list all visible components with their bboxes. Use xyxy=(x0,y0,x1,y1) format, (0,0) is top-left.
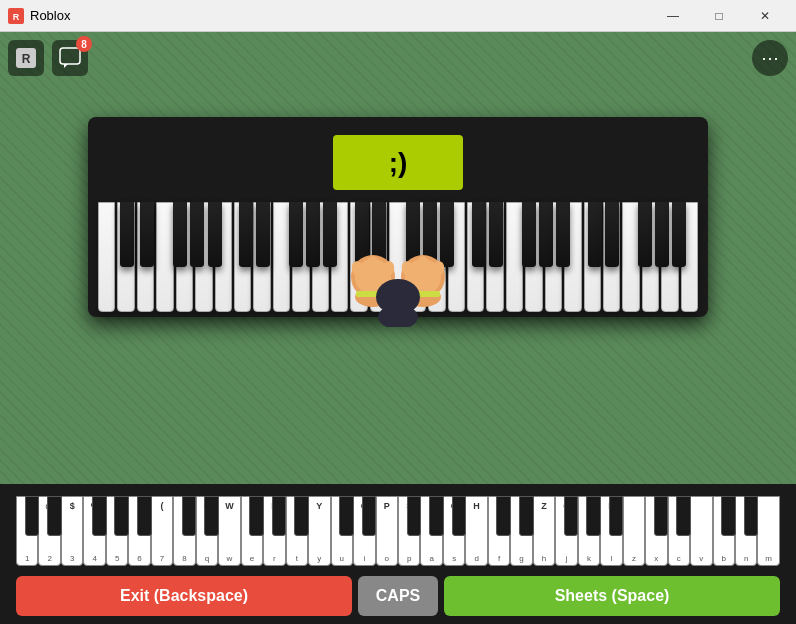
ui-black-key[interactable] xyxy=(609,496,624,536)
bottom-buttons: Exit (Backspace) CAPS Sheets (Space) xyxy=(16,576,780,616)
game-area: R 8 ⋯ ;) xyxy=(0,32,796,484)
white-key xyxy=(525,202,542,312)
ui-black-key[interactable] xyxy=(114,496,129,536)
chat-button[interactable]: 8 xyxy=(52,40,88,76)
white-key xyxy=(681,202,698,312)
svg-text:R: R xyxy=(22,52,31,66)
menu-dots-icon: ⋯ xyxy=(761,47,779,69)
sheets-button[interactable]: Sheets (Space) xyxy=(444,576,780,616)
ui-white-key[interactable]: Yy xyxy=(308,496,330,566)
ui-black-key[interactable] xyxy=(25,496,40,536)
chat-badge: 8 xyxy=(76,36,92,52)
white-key xyxy=(156,202,173,312)
ui-white-key[interactable]: Zh xyxy=(533,496,555,566)
ui-black-key[interactable] xyxy=(586,496,601,536)
ui-white-key[interactable]: (7 xyxy=(151,496,173,566)
white-key xyxy=(253,202,270,312)
svg-point-11 xyxy=(367,256,379,274)
piano-display-text: ;) xyxy=(389,147,408,179)
ui-black-key[interactable] xyxy=(362,496,377,536)
white-key xyxy=(545,202,562,312)
white-key xyxy=(622,202,639,312)
ui-white-key[interactable]: m xyxy=(757,496,779,566)
ui-black-key[interactable] xyxy=(92,496,107,536)
ui-black-key[interactable] xyxy=(519,496,534,536)
ui-black-key[interactable] xyxy=(564,496,579,536)
title-bar-left: R Roblox xyxy=(8,8,70,24)
roblox-logo-button[interactable]: R xyxy=(8,40,44,76)
ui-white-key[interactable]: $3 xyxy=(61,496,83,566)
ui-black-key[interactable] xyxy=(654,496,669,536)
ui-black-key[interactable] xyxy=(429,496,444,536)
ui-black-key[interactable] xyxy=(744,496,759,536)
svg-marker-5 xyxy=(64,64,68,68)
white-key xyxy=(215,202,232,312)
svg-rect-4 xyxy=(60,48,80,64)
ui-white-key[interactable]: v xyxy=(690,496,712,566)
character-body xyxy=(368,277,428,327)
ui-black-key[interactable] xyxy=(294,496,309,536)
ui-black-key[interactable] xyxy=(204,496,219,536)
roblox-ui-icons: R 8 xyxy=(8,40,88,76)
ui-black-key[interactable] xyxy=(452,496,467,536)
ui-white-key[interactable]: Ww xyxy=(218,496,240,566)
svg-point-18 xyxy=(417,256,429,274)
ui-black-key[interactable] xyxy=(272,496,287,536)
title-bar: R Roblox — □ ✕ xyxy=(0,0,796,32)
ui-black-key[interactable] xyxy=(496,496,511,536)
white-key xyxy=(603,202,620,312)
ui-white-key[interactable]: Po xyxy=(376,496,398,566)
piano-keys-display: !1@2$3%4^5*6(78QqWwEeRrTtYyIuOiPoSpDaGsH… xyxy=(16,496,780,566)
white-key xyxy=(195,202,212,312)
white-key xyxy=(234,202,251,312)
piano-display: ;) xyxy=(333,135,463,190)
ui-black-key[interactable] xyxy=(182,496,197,536)
white-key xyxy=(661,202,678,312)
white-key xyxy=(98,202,115,312)
ui-white-key[interactable]: Hd xyxy=(465,496,487,566)
minimize-button[interactable]: — xyxy=(650,0,696,32)
caps-button[interactable]: CAPS xyxy=(358,576,438,616)
white-key xyxy=(176,202,193,312)
ui-black-key[interactable] xyxy=(249,496,264,536)
keyboard-ui: !1@2$3%4^5*6(78QqWwEeRrTtYyIuOiPoSpDaGsH… xyxy=(0,484,796,624)
maximize-button[interactable]: □ xyxy=(696,0,742,32)
ui-black-key[interactable] xyxy=(137,496,152,536)
ui-white-key[interactable]: z xyxy=(623,496,645,566)
roblox-menu-button[interactable]: ⋯ xyxy=(752,40,788,76)
svg-text:R: R xyxy=(13,12,20,22)
exit-button[interactable]: Exit (Backspace) xyxy=(16,576,352,616)
app-logo: R xyxy=(8,8,24,24)
white-key xyxy=(506,202,523,312)
window-title: Roblox xyxy=(30,8,70,23)
white-key xyxy=(273,202,290,312)
close-button[interactable]: ✕ xyxy=(742,0,788,32)
white-key xyxy=(137,202,154,312)
white-key xyxy=(584,202,601,312)
window-controls: — □ ✕ xyxy=(650,0,788,32)
white-key xyxy=(564,202,581,312)
character xyxy=(298,207,498,327)
ui-black-key[interactable] xyxy=(47,496,62,536)
ui-black-key[interactable] xyxy=(721,496,736,536)
ui-black-key[interactable] xyxy=(407,496,422,536)
ui-black-key[interactable] xyxy=(676,496,691,536)
white-key xyxy=(117,202,134,312)
white-key xyxy=(642,202,659,312)
piano-3d: ;) xyxy=(88,117,708,327)
ui-black-key[interactable] xyxy=(339,496,354,536)
